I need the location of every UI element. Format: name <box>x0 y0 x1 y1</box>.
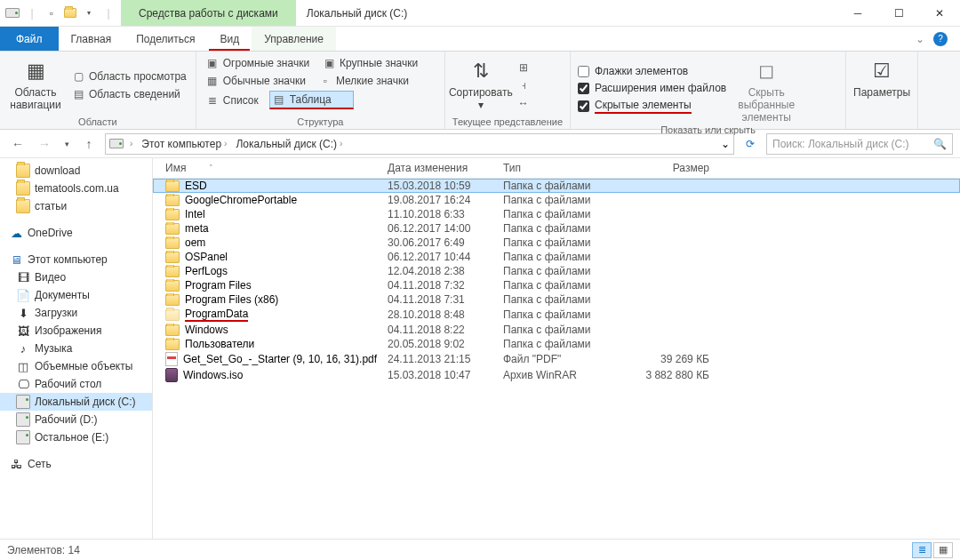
details-view-button[interactable]: ▤Таблица <box>269 91 354 109</box>
file-name: GoogleChromePortable <box>185 194 297 206</box>
qat-props-icon[interactable]: ▫ <box>44 6 59 20</box>
tree-item-this-pc[interactable]: 🖥Этот компьютер <box>0 251 152 268</box>
table-row[interactable]: PerfLogs12.04.2018 2:38Папка с файлами <box>153 264 960 278</box>
table-row[interactable]: GoogleChromePortable19.08.2017 16:24Папк… <box>153 193 960 207</box>
group-options: ☑ Параметры <box>846 52 918 129</box>
hide-selected-button[interactable]: ◻ Скрыть выбранные элементы <box>732 55 801 124</box>
tree-item-articles[interactable]: статьи <box>0 197 152 215</box>
qat-folder-icon[interactable] <box>64 8 76 18</box>
table-row[interactable]: Program Files04.11.2018 7:32Папка с файл… <box>153 278 960 292</box>
hide-icon: ◻ <box>752 57 780 85</box>
table-row[interactable]: meta06.12.2017 14:00Папка с файлами <box>153 221 960 236</box>
size-columns-button[interactable]: ↔ <box>515 95 532 111</box>
tree-item-network[interactable]: 🖧Сеть <box>0 455 152 473</box>
table-row[interactable]: Program Files (x86)04.11.2018 7:31Папка … <box>153 292 960 307</box>
folder-icon <box>165 237 180 249</box>
navigation-pane-button[interactable]: ▦ Область навигации <box>7 55 64 116</box>
tab-manage[interactable]: Управление <box>252 27 336 51</box>
tree-item-documents[interactable]: 📄Документы <box>0 286 152 304</box>
file-date: 06.12.2017 10:44 <box>388 251 503 263</box>
file-name: ProgramData <box>185 308 248 322</box>
file-type: Папка с файлами <box>503 293 628 306</box>
column-name[interactable]: Имя˄ <box>165 162 388 174</box>
small-icons-button[interactable]: ▫Мелкие значки <box>316 73 411 89</box>
tree-item-videos[interactable]: 🎞Видео <box>0 268 152 286</box>
tree-item-pictures[interactable]: 🖼Изображения <box>0 322 152 340</box>
file-type: Папка с файлами <box>503 338 628 350</box>
file-extensions-checkbox[interactable]: Расширения имен файлов <box>578 81 726 95</box>
column-date[interactable]: Дата изменения <box>388 162 503 174</box>
sort-by-button[interactable]: ⇅ Сортировать ▾ <box>452 55 509 116</box>
table-row[interactable]: ProgramData28.10.2018 8:48Папка с файлам… <box>153 307 960 323</box>
maximize-button[interactable]: ☐ <box>878 0 919 26</box>
back-button[interactable]: ← <box>7 133 28 155</box>
icons-view-mode-button[interactable]: ▦ <box>933 542 953 558</box>
pc-icon: 🖥 <box>9 252 23 267</box>
preview-pane-button[interactable]: ▢Область просмотра <box>69 68 188 84</box>
file-date: 04.11.2018 8:22 <box>388 324 503 336</box>
tree-item-download[interactable]: download <box>0 162 152 180</box>
tab-view[interactable]: Вид <box>207 27 252 51</box>
details-view-mode-button[interactable]: ≣ <box>912 542 932 558</box>
up-button[interactable]: ↑ <box>78 133 100 155</box>
tab-share[interactable]: Поделиться <box>124 27 207 51</box>
navigation-tree[interactable]: download tematools.com.ua статьи ☁OneDri… <box>0 158 153 539</box>
file-type: Папка с файлами <box>503 251 628 263</box>
collapse-ribbon-icon[interactable]: ⌄ <box>916 33 924 45</box>
hidden-items-checkbox[interactable]: Скрытые элементы <box>578 98 726 115</box>
help-icon[interactable]: ? <box>933 32 948 46</box>
file-date: 20.05.2018 9:02 <box>388 338 503 350</box>
table-row[interactable]: Intel11.10.2018 6:33Папка с файлами <box>153 207 960 221</box>
file-date: 19.08.2017 16:24 <box>388 194 503 206</box>
tab-file[interactable]: Файл <box>0 27 59 51</box>
table-row[interactable]: ESD15.03.2018 10:59Папка с файлами <box>153 179 960 193</box>
recent-locations-button[interactable]: ▾ <box>60 133 73 155</box>
search-input[interactable]: Поиск: Локальный диск (C:) 🔍 <box>766 133 953 155</box>
medium-icons-button[interactable]: ▦Обычные значки <box>204 73 308 89</box>
list-view-button[interactable]: ≣Список <box>204 91 260 109</box>
tree-item-drive-d[interactable]: Рабочий (D:) <box>0 411 152 428</box>
table-row[interactable]: Windows.iso15.03.2018 10:47Архив WinRAR3… <box>153 367 960 383</box>
details-pane-button[interactable]: ▤Область сведений <box>69 86 188 102</box>
breadcrumb-this-pc[interactable]: Этот компьютер› <box>139 138 229 150</box>
lg-icons-icon: ▣ <box>322 56 336 70</box>
add-columns-button[interactable]: ⫞ <box>515 77 532 93</box>
extra-large-icons-button[interactable]: ▣Огромные значки <box>204 55 311 71</box>
tree-item-drive-e[interactable]: Остальное (E:) <box>0 428 152 446</box>
item-checkboxes-checkbox[interactable]: Флажки элементов <box>578 64 726 78</box>
column-headers[interactable]: Имя˄ Дата изменения Тип Размер <box>153 158 960 179</box>
group-label-panes: Области <box>7 116 188 127</box>
tree-item-downloads[interactable]: ⬇Загрузки <box>0 304 152 322</box>
drive-icon <box>5 6 20 20</box>
table-row[interactable]: Get_Set_Go_-_Starter (9, 10, 16, 31).pdf… <box>153 351 960 367</box>
tree-item-desktop[interactable]: 🖵Рабочий стол <box>0 375 152 393</box>
refresh-button[interactable]: ⟳ <box>740 133 761 155</box>
column-type[interactable]: Тип <box>503 162 628 174</box>
view-mode-switcher: ≣ ▦ <box>912 542 953 558</box>
table-row[interactable]: Windows04.11.2018 8:22Папка с файлами <box>153 323 960 337</box>
qat-dropdown-icon[interactable]: ▾ <box>82 6 96 20</box>
xl-icons-icon: ▣ <box>205 56 220 70</box>
forward-button[interactable]: → <box>34 133 55 155</box>
tree-item-drive-c[interactable]: Локальный диск (C:) <box>0 393 152 411</box>
close-button[interactable]: ✕ <box>919 0 960 26</box>
table-row[interactable]: OSPanel06.12.2017 10:44Папка с файлами <box>153 250 960 264</box>
column-size[interactable]: Размер <box>628 162 725 174</box>
folder-icon <box>165 309 180 321</box>
options-button[interactable]: ☑ Параметры <box>853 55 910 116</box>
tree-item-onedrive[interactable]: ☁OneDrive <box>0 224 152 242</box>
tree-item-tematools[interactable]: tematools.com.ua <box>0 180 152 197</box>
tree-item-music[interactable]: ♪Музыка <box>0 340 152 357</box>
minimize-button[interactable]: ─ <box>837 0 878 26</box>
breadcrumb-drive-c[interactable]: Локальный диск (C:)› <box>233 138 345 150</box>
file-list[interactable]: ESD15.03.2018 10:59Папка с файламиGoogle… <box>153 179 960 383</box>
large-icons-button[interactable]: ▣Крупные значки <box>320 55 420 71</box>
group-by-button[interactable]: ⊞ <box>515 60 532 76</box>
file-date: 11.10.2018 6:33 <box>388 208 503 220</box>
breadcrumb-dropdown-icon[interactable]: ⌄ <box>721 138 730 150</box>
table-row[interactable]: oem30.06.2017 6:49Папка с файлами <box>153 236 960 250</box>
tab-home[interactable]: Главная <box>59 27 124 51</box>
table-row[interactable]: Пользователи20.05.2018 9:02Папка с файла… <box>153 337 960 351</box>
breadcrumb[interactable]: › Этот компьютер› Локальный диск (C:)› ⌄ <box>105 133 734 155</box>
tree-item-3d-objects[interactable]: ◫Объемные объекты <box>0 357 152 375</box>
